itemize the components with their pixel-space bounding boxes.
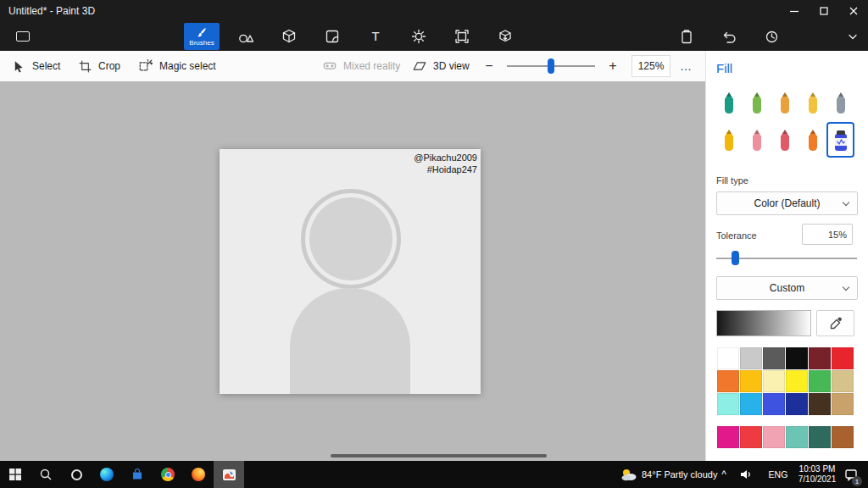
more-options-button[interactable]: …	[676, 55, 696, 77]
color-swatch[interactable]	[809, 393, 831, 415]
color-swatch[interactable]	[740, 393, 762, 415]
palette-dropdown[interactable]: Custom	[716, 276, 858, 300]
spray-can-tool[interactable]	[798, 122, 826, 158]
gradient-preview[interactable]	[716, 310, 811, 336]
color-swatch[interactable]	[763, 393, 785, 415]
3d-shapes-icon	[281, 28, 298, 45]
3d-library-button[interactable]	[493, 25, 517, 47]
zoom-value-field[interactable]: 125%	[632, 55, 670, 77]
color-swatch[interactable]	[740, 426, 762, 448]
horizontal-scrollbar[interactable]	[331, 454, 547, 458]
taskbar-cortana-button[interactable]	[61, 461, 92, 488]
eraser-tool[interactable]	[743, 122, 771, 158]
taskbar-weather[interactable]: 84°F Partly cloudy	[620, 461, 717, 488]
color-swatch[interactable]	[786, 426, 808, 448]
stickers-button[interactable]	[320, 25, 344, 47]
zoom-in-button[interactable]: +	[604, 57, 622, 75]
color-swatch[interactable]	[763, 426, 785, 448]
color-swatch[interactable]	[740, 370, 762, 392]
color-grid-custom	[717, 426, 854, 448]
history-button[interactable]	[760, 25, 783, 47]
canvas-workspace[interactable]: @Pikachu2009 #Hoidap247	[0, 81, 705, 461]
minimize-button[interactable]	[779, 0, 809, 22]
taskbar-firefox-button[interactable]	[183, 461, 214, 488]
avatar-head	[309, 197, 392, 280]
undo-button[interactable]	[717, 25, 741, 47]
color-swatch[interactable]	[832, 426, 854, 448]
color-swatch[interactable]	[717, 370, 739, 392]
canvas[interactable]: @Pikachu2009 #Hoidap247	[220, 149, 481, 394]
color-swatch[interactable]	[786, 347, 808, 369]
color-swatch[interactable]	[832, 347, 854, 369]
zoom-slider-handle[interactable]	[548, 58, 554, 74]
oil-brush-tool[interactable]	[771, 85, 798, 120]
color-swatch[interactable]	[717, 347, 739, 369]
taskbar-search-button[interactable]	[31, 461, 61, 488]
color-swatch[interactable]	[786, 370, 808, 392]
brushes-tool-button[interactable]: Brushes	[184, 23, 220, 50]
close-button[interactable]	[838, 0, 868, 22]
3d-shapes-button[interactable]	[277, 25, 301, 47]
ribbon-collapse-button[interactable]	[841, 25, 865, 47]
svg-text:T: T	[371, 29, 379, 43]
brush-icon	[196, 26, 208, 38]
crayon-tool[interactable]	[771, 122, 798, 158]
eyedropper-icon	[828, 316, 843, 331]
canvas-button[interactable]	[450, 25, 474, 47]
color-swatch[interactable]	[763, 347, 785, 369]
calligraphy-pen-tool[interactable]	[743, 85, 771, 120]
fill-tool[interactable]	[826, 122, 854, 158]
ribbon-bar: Brushes T	[0, 22, 868, 51]
eyedropper-button[interactable]	[816, 310, 854, 336]
color-swatch[interactable]	[809, 347, 831, 369]
effects-button[interactable]	[407, 25, 431, 47]
fill-type-dropdown[interactable]: Color (Default)	[716, 191, 858, 215]
fill-type-value: Color (Default)	[754, 197, 820, 209]
tray-expand-button[interactable]: ^	[716, 461, 732, 488]
taskbar-store-button[interactable]	[122, 461, 153, 488]
crop-icon	[78, 59, 92, 74]
expand-menu-button[interactable]	[14, 30, 32, 43]
mixed-reality-button[interactable]: Mixed reality	[322, 51, 400, 81]
canvas-icon	[453, 28, 470, 45]
color-swatch[interactable]	[717, 393, 739, 415]
taskbar-paint3d-button[interactable]	[214, 461, 244, 488]
select-tool-button[interactable]: Select	[12, 51, 60, 81]
taskbar-edge-button[interactable]	[92, 461, 122, 488]
marker-tool[interactable]	[715, 85, 743, 120]
2d-shapes-button[interactable]	[234, 25, 258, 47]
color-swatch[interactable]	[832, 370, 854, 392]
color-swatch[interactable]	[809, 426, 831, 448]
paste-button[interactable]	[675, 25, 698, 47]
tolerance-slider-handle[interactable]	[732, 251, 739, 265]
language-indicator[interactable]: ENG	[762, 461, 794, 488]
maximize-button[interactable]	[809, 0, 838, 22]
pencil-tool[interactable]	[715, 122, 743, 158]
3d-library-icon	[497, 28, 514, 45]
action-center-button[interactable]: 1	[840, 461, 862, 488]
3d-view-button[interactable]: 3D view	[412, 51, 470, 81]
text-tool-button[interactable]: T	[364, 25, 387, 47]
mixed-reality-label: Mixed reality	[343, 60, 400, 72]
taskbar-start-button[interactable]	[0, 461, 31, 488]
brushes-label: Brushes	[189, 39, 214, 47]
clock[interactable]: 10:03 PM 7/10/2021	[794, 461, 840, 488]
color-swatch[interactable]	[809, 370, 831, 392]
taskbar-chrome-button[interactable]	[153, 461, 183, 488]
volume-button[interactable]	[737, 461, 755, 488]
magic-select-button[interactable]: Magic select	[138, 51, 216, 81]
color-swatch[interactable]	[717, 426, 739, 448]
pixel-pen-tool[interactable]	[826, 85, 854, 120]
select-cursor-icon	[12, 59, 26, 74]
speaker-icon	[739, 468, 753, 481]
watercolor-tool[interactable]	[798, 85, 826, 120]
color-swatch[interactable]	[740, 347, 762, 369]
palette-value: Custom	[770, 282, 804, 294]
tolerance-input[interactable]	[802, 224, 853, 245]
crop-tool-button[interactable]: Crop	[78, 51, 120, 81]
color-grid-default	[717, 347, 854, 415]
color-swatch[interactable]	[786, 393, 808, 415]
color-swatch[interactable]	[763, 370, 785, 392]
zoom-out-button[interactable]: −	[480, 57, 498, 75]
color-swatch[interactable]	[832, 393, 854, 415]
